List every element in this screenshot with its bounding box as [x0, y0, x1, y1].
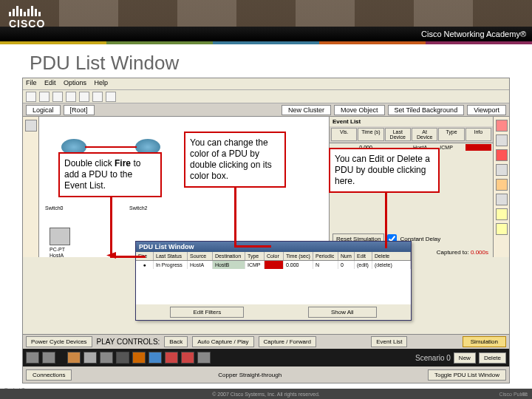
- toggle-pdu-list-button[interactable]: Toggle PDU List Window: [428, 369, 506, 381]
- hdr-status: Last Status: [154, 252, 188, 260]
- capture-forward-button[interactable]: Capture / Forward: [259, 336, 316, 347]
- cable-type-button[interactable]: [116, 352, 129, 364]
- left-tool-rail: [23, 117, 39, 257]
- page-number: 48: [521, 391, 528, 398]
- tool-icon[interactable]: [496, 194, 508, 205]
- num-cell: 0: [338, 261, 355, 269]
- tool-icon[interactable]: [496, 179, 508, 191]
- color-stripe: [0, 41, 532, 44]
- btn-set-background[interactable]: Set Tiled Background: [388, 105, 465, 115]
- breadcrumb-root[interactable]: [Root]: [64, 105, 95, 115]
- right-tool-rail: [493, 117, 509, 257]
- arrow-fire: [110, 189, 112, 257]
- back-button[interactable]: Back: [164, 336, 188, 347]
- add-complex-pdu-icon[interactable]: [496, 223, 508, 235]
- cable-type-button[interactable]: [181, 352, 194, 364]
- auto-capture-button[interactable]: Auto Capture / Play: [192, 336, 253, 347]
- btn-new-cluster[interactable]: New Cluster: [282, 105, 331, 115]
- connections-label: Connections: [26, 369, 72, 381]
- hdr-source: Source: [188, 252, 213, 260]
- color-cell[interactable]: [265, 261, 284, 269]
- device-palette-row: Scenario 0 New Delete: [23, 349, 509, 366]
- footer-bar: © 2007 Cisco Systems, Inc. All rights re…: [0, 389, 532, 399]
- toolbar-btn[interactable]: [79, 92, 89, 102]
- menu-options[interactable]: Options: [64, 79, 86, 86]
- device-category-button[interactable]: [26, 352, 39, 364]
- edit-cell[interactable]: (edit): [355, 261, 372, 269]
- arrow-color-h: [234, 245, 271, 248]
- event-list-headers: Vis. Time (s) Last Device At Device Type…: [330, 126, 493, 143]
- connection-type: Copper Straight-through: [218, 372, 282, 378]
- hdr-color: Color: [265, 252, 284, 260]
- toolbar-btn[interactable]: [106, 92, 116, 102]
- callout-fire: Double click Fire to add a PDU to the Ev…: [58, 152, 162, 197]
- hdr-time: Time (s): [358, 128, 383, 141]
- pdu-list-window[interactable]: PDU List Window Fire Last Status Source …: [135, 241, 412, 321]
- delete-tool-icon[interactable]: [496, 149, 508, 161]
- pdu-footer: Edit Filters Show All: [136, 304, 411, 320]
- toolbar-btn[interactable]: [52, 92, 63, 102]
- pc-device[interactable]: [50, 228, 70, 245]
- new-scenario-button[interactable]: New: [454, 352, 476, 364]
- tool-icon[interactable]: [496, 134, 508, 146]
- toolbar-btn[interactable]: [66, 92, 76, 102]
- tab-logical[interactable]: Logical: [26, 105, 61, 115]
- cell-info-icon: [466, 144, 491, 151]
- delete-cell[interactable]: (delete): [372, 261, 411, 269]
- toolbar-btn[interactable]: [26, 92, 36, 102]
- pdu-body-empty: [136, 269, 411, 304]
- hdr-time: Time (sec): [284, 252, 313, 260]
- slide-header: CISCO Cisco Networking Academy®: [0, 0, 532, 41]
- hdr-periodic: Periodic: [313, 252, 338, 260]
- tool-icon[interactable]: [496, 164, 508, 176]
- hdr-edit: Edit: [355, 252, 372, 260]
- edit-filters-button[interactable]: Edit Filters: [170, 307, 244, 318]
- menu-help[interactable]: Help: [95, 79, 109, 86]
- event-list-button[interactable]: Event List: [371, 336, 407, 347]
- delete-scenario-button[interactable]: Delete: [479, 352, 506, 364]
- hdr-vis: Vis.: [331, 128, 357, 141]
- copyright: © 2007 Cisco Systems, Inc. All rights re…: [212, 392, 320, 397]
- type-cell: ICMP: [245, 261, 265, 269]
- cisco-logo: CISCO: [9, 6, 45, 30]
- hdr-type: Type: [438, 128, 464, 141]
- arrow-color: [234, 180, 236, 247]
- cable-type-button[interactable]: [165, 352, 178, 364]
- select-tool-icon[interactable]: [496, 120, 508, 132]
- pdu-row[interactable]: ● In Progress HostA HostB ICMP 0.000 N 0…: [136, 261, 411, 269]
- show-all-button[interactable]: Show All: [308, 307, 377, 318]
- hdr-type: Type: [245, 252, 265, 260]
- cable-type-button[interactable]: [67, 352, 81, 364]
- rail-icon[interactable]: [25, 120, 37, 132]
- hdr-dest: Destination: [213, 252, 245, 260]
- simulation-tab[interactable]: Simulation: [463, 336, 506, 347]
- scenario-label: Scenario 0: [415, 354, 451, 362]
- cable-type-button[interactable]: [100, 352, 113, 364]
- cable-type-button[interactable]: [197, 352, 211, 364]
- power-cycle-button[interactable]: Power Cycle Devices: [26, 336, 92, 347]
- menu-edit[interactable]: Edit: [44, 79, 56, 86]
- hdr-info: Info: [466, 128, 491, 141]
- hdr-last: Last Device: [385, 128, 411, 141]
- toolbar-btn[interactable]: [39, 92, 50, 102]
- menu-bar[interactable]: File Edit Options Help: [23, 78, 509, 90]
- device-category-button[interactable]: [42, 352, 55, 364]
- play-controls-label: PLAY CONTROLS:: [97, 338, 160, 346]
- menu-file[interactable]: File: [26, 79, 37, 86]
- fire-cell[interactable]: ●: [136, 261, 154, 269]
- cable-type-button[interactable]: [83, 352, 97, 364]
- status-cell: In Progress: [154, 261, 188, 269]
- connections-row: Connections Copper Straight-through Togg…: [23, 366, 509, 383]
- btn-move-object[interactable]: Move Object: [334, 105, 385, 115]
- time-cell: 0.000: [284, 261, 313, 269]
- cable-type-button[interactable]: [132, 352, 146, 364]
- toolbar-btn[interactable]: [92, 92, 103, 102]
- event-list-title: Event List: [330, 117, 493, 126]
- cable-type-button[interactable]: [149, 352, 162, 364]
- header-photo-strip: [0, 0, 532, 27]
- arrow-fire-h: [110, 256, 146, 258]
- btn-viewport[interactable]: Viewport: [467, 105, 506, 115]
- cisco-wordmark: CISCO: [9, 18, 45, 30]
- add-simple-pdu-icon[interactable]: [496, 208, 508, 220]
- source-cell: HostA: [188, 261, 213, 269]
